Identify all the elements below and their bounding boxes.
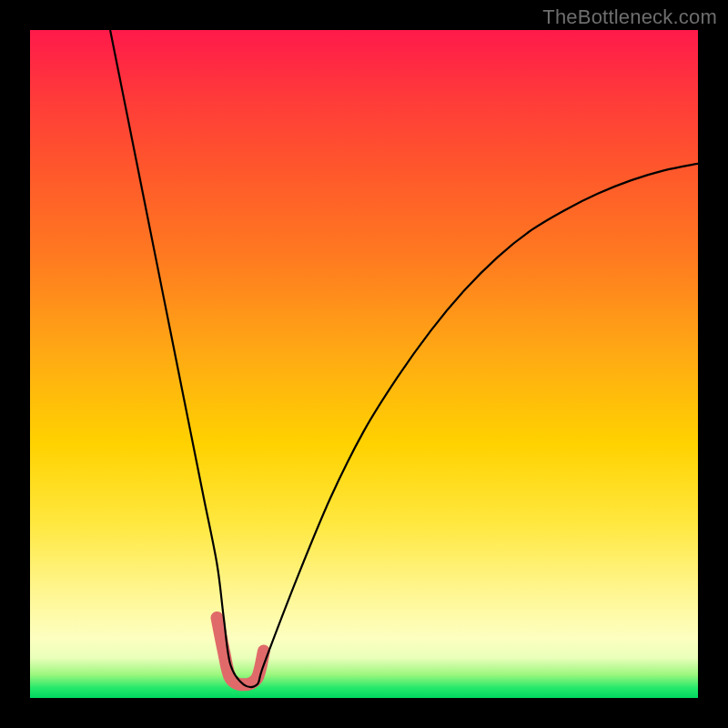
plot-area: [30, 30, 698, 698]
curve-svg: [30, 30, 698, 698]
watermark-text: TheBottleneck.com: [542, 5, 717, 29]
bottleneck-curve: [110, 30, 698, 687]
chart-frame: TheBottleneck.com: [0, 0, 728, 728]
